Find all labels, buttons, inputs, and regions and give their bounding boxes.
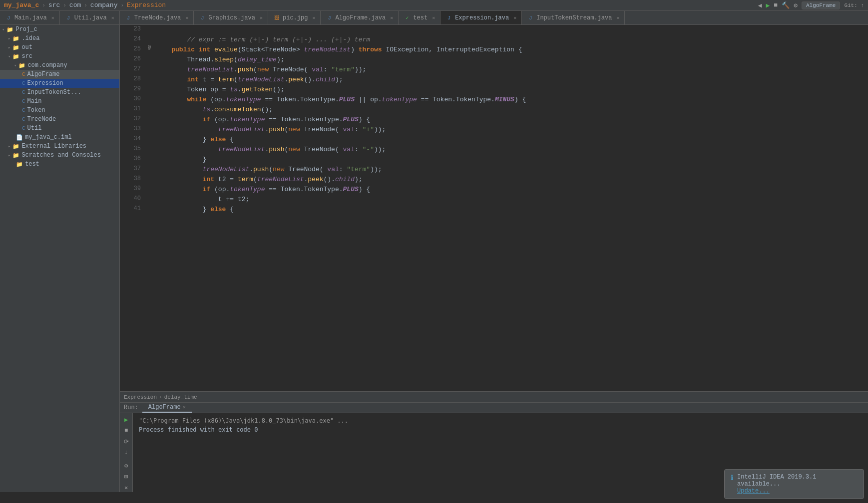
sidebar-item-scratches[interactable]: ▸ 📁 Scratches and Consoles xyxy=(0,151,119,160)
java-class-icon: C xyxy=(22,98,25,104)
sidebar-item-external-libs[interactable]: ▸ 📁 External Libraries xyxy=(0,142,119,151)
arrow-icon: ▸ xyxy=(8,36,10,41)
run-icon[interactable]: ▶ xyxy=(766,1,770,9)
code-editor[interactable]: 23 24 // expr := term (+|-) term (+|-) .… xyxy=(120,25,868,391)
keyword-throws: throws xyxy=(359,46,382,53)
sidebar-item-expression[interactable]: C Expression xyxy=(0,79,119,88)
line-number: 25 xyxy=(120,45,145,52)
sidebar-item-out[interactable]: ▸ 📁 out xyxy=(0,43,119,52)
run-scroll-icon[interactable]: ⟳ xyxy=(122,437,131,446)
tab-test[interactable]: ✓ test ✕ xyxy=(399,11,440,24)
line-number: 27 xyxy=(120,65,145,72)
run-tab-algoframe[interactable]: AlgoFrame ✕ xyxy=(142,403,192,413)
sidebar-item-label: InputTokenSt... xyxy=(27,89,81,96)
string-minus: "-" xyxy=(363,146,374,153)
tab-main-java[interactable]: J Main.java ✕ xyxy=(0,11,60,24)
stop-icon[interactable]: ■ xyxy=(774,1,778,9)
sidebar-item-token[interactable]: C Token xyxy=(0,106,119,115)
notification-update-link[interactable]: Update... xyxy=(737,488,770,495)
tab-label: InputTokenStream.java xyxy=(536,14,612,21)
keyword-new: new xyxy=(257,66,269,73)
breadcrumb-delaytime: delay_time xyxy=(164,394,197,400)
run-down-icon[interactable]: ↓ xyxy=(122,448,131,457)
tab-close-icon[interactable]: ✕ xyxy=(185,15,188,21)
sidebar-item-label: Scratches and Consoles xyxy=(21,152,100,159)
run-layout-icon[interactable]: ⊞ xyxy=(122,472,131,481)
folder-icon: 📁 xyxy=(12,44,19,51)
back-icon[interactable]: ◀ xyxy=(758,1,762,9)
sidebar-item-treenode[interactable]: C TreeNode xyxy=(0,115,119,124)
arrow-icon: ▾ xyxy=(8,54,10,59)
sidebar-item-test[interactable]: 📁 test xyxy=(0,160,119,169)
notification-content: IntelliJ IDEA 2019.3.1 available... Upda… xyxy=(737,474,858,495)
param-val2: val xyxy=(343,126,355,133)
run-label[interactable]: Run: xyxy=(120,404,142,411)
sidebar-item-proj[interactable]: ▾ 📁 Proj_c xyxy=(0,25,119,34)
param-val: val xyxy=(312,66,323,73)
const-plus: PLUS xyxy=(339,96,355,103)
field-delay-time: delay_time xyxy=(238,56,277,63)
method-push2: push xyxy=(269,126,284,133)
sidebar-item-label: com.company xyxy=(27,62,67,69)
type-treenode5: TreeNode xyxy=(288,166,319,173)
run-settings-icon[interactable]: ⚙ xyxy=(122,461,131,470)
tab-treenode-java[interactable]: J TreeNode.java ✕ xyxy=(120,11,194,24)
tab-util-java[interactable]: J Util.java ✕ xyxy=(60,11,120,24)
sidebar-item-util[interactable]: C Util xyxy=(0,124,119,133)
type-tokentype3: TokenType xyxy=(304,116,339,123)
tab-label: AlgoFrame.java xyxy=(335,14,386,21)
type-token4: Token xyxy=(281,116,300,123)
tab-expression-java[interactable]: J Expression.java ✕ xyxy=(440,11,522,24)
field-treenodelist6: treeNodeList xyxy=(257,176,304,183)
type-tokentype: TokenType xyxy=(300,96,335,103)
line-code: } else { xyxy=(154,135,868,145)
field-tokentype3: tokenType xyxy=(230,116,265,123)
sidebar: ▾ 📁 Proj_c ▸ 📁 .idea ▸ 📁 out ▾ 📁 src ▾ xyxy=(0,25,120,492)
tab-pic-jpg[interactable]: 🖼 pic.jpg ✕ xyxy=(268,11,321,24)
line-number: 31 xyxy=(120,105,145,112)
line-code: public int evalue(Stack<TreeNode> treeNo… xyxy=(154,45,868,55)
tab-inputtokenstream-java[interactable]: J InputTokenStream.java ✕ xyxy=(522,11,625,24)
code-line-39: 39 if (op.tokenType == Token.TokenType.P… xyxy=(120,185,868,195)
project-icon: 📁 xyxy=(6,26,13,33)
sidebar-item-algoframe[interactable]: C AlgoFrame xyxy=(0,70,119,79)
arrow-icon: ▸ xyxy=(8,45,10,50)
sidebar-item-label: Main xyxy=(27,98,42,105)
tab-close-icon[interactable]: ✕ xyxy=(616,15,619,21)
sidebar-item-inputtokenstream[interactable]: C InputTokenSt... xyxy=(0,88,119,97)
java-icon: J xyxy=(527,14,534,21)
line-code: while (op.tokenType == Token.TokenType.P… xyxy=(154,95,868,105)
build-icon[interactable]: 🔨 xyxy=(782,1,790,9)
tab-close-icon[interactable]: ✕ xyxy=(111,15,114,21)
settings-icon[interactable]: ⚙ xyxy=(794,1,798,9)
code-line-40: 40 t += t2; xyxy=(120,195,868,205)
run-stop-icon[interactable]: ■ xyxy=(122,426,131,435)
sidebar-item-main[interactable]: C Main xyxy=(0,97,119,106)
algoframe-dropdown[interactable]: AlgoFrame xyxy=(802,1,840,9)
tab-close-icon[interactable]: ✕ xyxy=(51,15,54,21)
line-number: 40 xyxy=(120,195,145,202)
field-treenodelist3: treeNodeList xyxy=(218,126,265,133)
run-close-icon[interactable]: ✕ xyxy=(122,483,131,492)
method-term: term xyxy=(218,76,234,83)
code-line-26: 26 Thread.sleep(delay_time); xyxy=(120,55,868,65)
method-term2: term xyxy=(238,176,253,183)
tab-close-icon[interactable]: ✕ xyxy=(513,15,516,21)
run-play-icon[interactable]: ▶ xyxy=(122,415,131,424)
tab-close-icon[interactable]: ✕ xyxy=(312,15,315,21)
java-class-icon: C xyxy=(22,71,25,77)
sidebar-item-src[interactable]: ▾ 📁 src xyxy=(0,52,119,61)
sidebar-item-idea[interactable]: ▸ 📁 .idea xyxy=(0,34,119,43)
breadcrumb-company: company xyxy=(90,1,118,9)
sidebar-item-company[interactable]: ▾ 📁 com.company xyxy=(0,61,119,70)
method-push4: push xyxy=(253,166,269,173)
tab-close-icon[interactable]: ✕ xyxy=(432,15,435,21)
tab-graphics-java[interactable]: J Graphics.java ✕ xyxy=(194,11,268,24)
line-number: 36 xyxy=(120,155,145,162)
tab-close-icon[interactable]: ✕ xyxy=(260,15,263,21)
sidebar-item-iml[interactable]: 📄 my_java_c.iml xyxy=(0,133,119,142)
tab-algoframe-java[interactable]: J AlgoFrame.java ✕ xyxy=(321,11,399,24)
tab-close-icon[interactable]: ✕ xyxy=(390,15,393,21)
field-child: child xyxy=(316,76,335,83)
run-tab-close-icon[interactable]: ✕ xyxy=(183,404,186,410)
